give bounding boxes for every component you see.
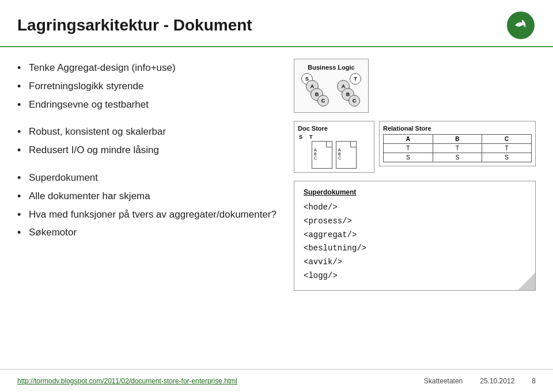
- biz-logic-inner: S A B C T A B C: [300, 73, 362, 108]
- header: Lagringsarkitektur - Dokument: [0, 0, 553, 47]
- footer-date: 25.10.2012: [480, 377, 514, 385]
- code-line-2: <prosess/>: [304, 215, 526, 229]
- bullet-group-1: Tenke Aggregat-design (info+use) Forretn…: [17, 59, 282, 113]
- footer-page: 8: [532, 377, 536, 385]
- code-line-3: <aggregat/>: [304, 229, 526, 242]
- footer-right: Skatteetaten 25.10.2012 8: [424, 377, 536, 385]
- doc-text-1: ABC: [314, 148, 330, 160]
- left-column: Tenke Aggregat-design (info+use) Forretn…: [17, 59, 282, 361]
- biz-logic-title: Business Logic: [300, 64, 362, 71]
- doc-fold-1: [326, 142, 332, 147]
- right-column: Business Logic S A B C T A B C: [294, 59, 536, 361]
- bullet-item: Redusert I/O og mindre låsing: [17, 141, 282, 159]
- footer-company: Skatteetaten: [424, 377, 463, 385]
- doc-store-diagram: Doc Store S T ABC ABC: [294, 121, 374, 173]
- bullet-item: Tenke Aggregat-design (info+use): [17, 59, 282, 77]
- cell-s3: S: [482, 153, 532, 162]
- cell-t1: T: [384, 144, 433, 153]
- doc-icon-2: ABC: [336, 141, 357, 169]
- stores-row: Doc Store S T ABC ABC: [294, 121, 536, 173]
- table-row: S S S: [384, 153, 532, 162]
- bullet-item: Alle dokumenter har skjema: [17, 187, 282, 205]
- skatteetaten-logo: [506, 10, 536, 40]
- cell-t3: T: [482, 144, 532, 153]
- superdokument-box: Superdokument <hode/> <prosess/> <aggreg…: [294, 181, 536, 291]
- bullet-item: Robust, konsistent og skalerbar: [17, 123, 282, 141]
- col-a-header: A: [384, 135, 433, 144]
- doc-store-title: Doc Store: [298, 125, 370, 132]
- bubble-group-left: S A B C: [301, 73, 330, 108]
- business-logic-diagram: Business Logic S A B C T A B C: [294, 59, 369, 113]
- cell-s1: S: [384, 153, 433, 162]
- logo-area: [506, 10, 536, 40]
- doc-col-s: S: [299, 134, 302, 140]
- doc-fold-2: [350, 142, 356, 147]
- main-content: Tenke Aggregat-design (info+use) Forretn…: [0, 47, 553, 361]
- page-title: Lagringsarkitektur - Dokument: [17, 16, 252, 35]
- col-c-header: C: [482, 135, 532, 144]
- col-b-header: B: [433, 135, 482, 144]
- doc-text-2: ABC: [338, 148, 354, 160]
- footer: http://tormodv.blogspot.com/2011/02/docu…: [0, 369, 553, 392]
- bullet-group-2: Robust, konsistent og skalerbar Redusert…: [17, 123, 282, 159]
- bullet-item: Søkemotor: [17, 223, 282, 242]
- code-line-4: <beslutning/>: [304, 242, 526, 256]
- cell-t2: T: [433, 144, 482, 153]
- cell-s2: S: [433, 153, 482, 162]
- bubble-group-right: T A B C: [332, 73, 361, 108]
- doc-store-inner: ABC ABC: [298, 141, 370, 169]
- bubble-c-right: C: [349, 95, 360, 106]
- doc-col-headers: S T: [298, 134, 370, 140]
- relational-store-title: Relational Store: [383, 125, 532, 132]
- relational-store-diagram: Relational Store A B C T T T: [379, 121, 536, 166]
- doc-icon-1: ABC: [312, 141, 332, 169]
- superdokument-title: Superdokument: [304, 188, 526, 196]
- relational-table: A B C T T T S S: [383, 134, 532, 162]
- bullet-group-3: Superdokument Alle dokumenter har skjema…: [17, 169, 282, 242]
- bullet-item: Endringsevne og testbarhet: [17, 96, 282, 114]
- doc-col-t: T: [309, 134, 313, 140]
- bubble-c-left: C: [317, 95, 329, 106]
- bubble-t-right: T: [350, 73, 361, 85]
- superdokument-code: <hode/> <prosess/> <aggregat/> <beslutni…: [304, 201, 526, 283]
- bullet-item: Hva med funksjoner på tvers av aggregate…: [17, 205, 282, 224]
- bullet-item: Forretningslogikk styrende: [17, 77, 282, 96]
- bullet-item: Superdokument: [17, 169, 282, 187]
- diagrams-top-row: Business Logic S A B C T A B C: [294, 59, 536, 113]
- footer-link[interactable]: http://tormodv.blogspot.com/2011/02/docu…: [17, 377, 237, 385]
- table-row: T T T: [384, 144, 532, 153]
- code-line-5: <avvik/>: [304, 256, 526, 269]
- code-line-6: <logg/>: [304, 269, 526, 283]
- code-line-1: <hode/>: [304, 201, 526, 215]
- table-header-row: A B C: [384, 135, 532, 144]
